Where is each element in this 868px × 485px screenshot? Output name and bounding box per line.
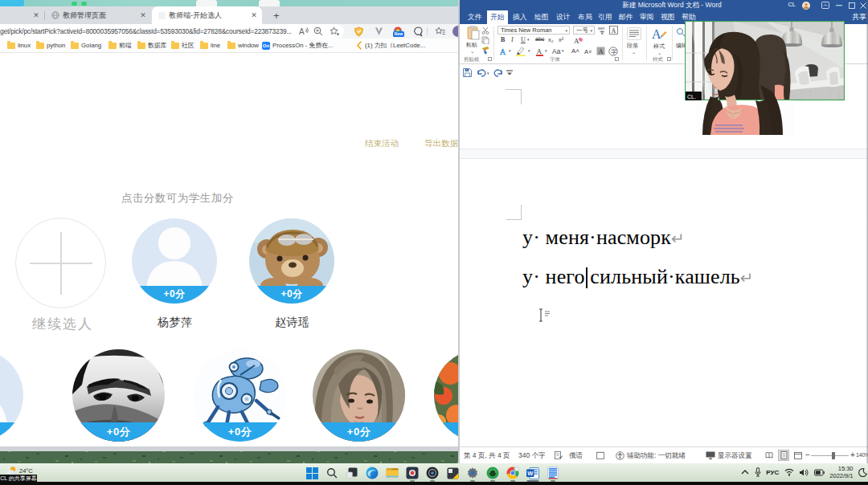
wifi-icon[interactable] [784, 468, 794, 476]
strikethrough-button[interactable]: abc [535, 36, 544, 42]
export-data-button[interactable]: 导出数据 [424, 138, 458, 149]
favorite-star-icon[interactable] [330, 26, 340, 36]
taskbar-green-app-button[interactable] [485, 465, 501, 481]
change-case-dropdown[interactable]: ▾ [562, 48, 564, 53]
score-banner[interactable]: +0分 [249, 286, 334, 304]
zoom-in-button[interactable]: + [850, 450, 855, 459]
account-avatar[interactable] [802, 2, 810, 10]
student-avatar-placeholder[interactable]: +0分 [132, 218, 217, 304]
underline-dropdown[interactable]: ▾ [527, 37, 530, 42]
paste-icon[interactable] [466, 26, 481, 40]
tab-file[interactable]: 文件 [465, 10, 485, 24]
taskbar-search-button[interactable] [324, 465, 340, 481]
status-accessibility[interactable]: 辅助功能: 一切就绪 [627, 451, 686, 461]
speaker-icon[interactable] [799, 468, 809, 477]
keyboard-layout[interactable]: РУС [766, 469, 779, 476]
clipboard-dialog-launcher[interactable] [488, 57, 492, 61]
save-icon[interactable] [463, 68, 472, 77]
minimize-icon[interactable] [836, 5, 842, 6]
character-border-icon[interactable]: A [609, 26, 618, 35]
underline-button[interactable]: U [521, 36, 526, 43]
tab-layout[interactable]: 布局 [575, 10, 596, 24]
subscript-button[interactable]: x₂ [548, 36, 554, 43]
tab-view[interactable]: 视图 [657, 10, 678, 24]
end-activity-button[interactable]: 结束活动 [365, 138, 399, 149]
paste-dropdown[interactable]: ⌄ [470, 48, 474, 55]
qat-customize-button[interactable] [506, 70, 513, 75]
zoom-slider-thumb[interactable] [832, 452, 835, 459]
browser-tab-admin[interactable]: 教师管理页面 ✕ [45, 6, 151, 24]
undo-icon[interactable] [477, 68, 486, 77]
tab-review[interactable]: 审阅 [637, 10, 657, 24]
redo-icon[interactable] [493, 68, 503, 77]
extension-shield-icon[interactable] [354, 26, 364, 37]
display-settings-icon[interactable] [706, 451, 715, 459]
address-bar[interactable]: get/pick/pc/startPick?activeId=800003595… [0, 24, 344, 39]
bookmark-folder[interactable]: Golang [71, 39, 101, 52]
ribbon-display-options-icon[interactable] [821, 2, 829, 9]
tray-clock[interactable]: 15:30 2022/9/1 [829, 465, 853, 479]
status-words[interactable]: 340 个字 [518, 451, 546, 461]
taskbar-edge-button[interactable] [364, 465, 380, 481]
score-banner[interactable]: +0分 [72, 422, 165, 442]
profile-avatar[interactable] [452, 26, 458, 37]
font-color-icon[interactable]: A [535, 47, 544, 56]
bookmark-folder[interactable]: 数据库 [137, 39, 166, 52]
tab-home[interactable]: 开始 [487, 10, 508, 24]
status-language[interactable]: 俄语 [569, 451, 583, 461]
microphone-icon[interactable] [755, 467, 761, 477]
tab-insert[interactable]: 插入 [510, 10, 530, 24]
tab-mailings[interactable]: 邮件 [616, 10, 637, 24]
word-document[interactable]: у· меня·насморк↵ у· него сильный·кашель↵ [460, 81, 868, 446]
new-tab-button[interactable]: + [273, 10, 280, 22]
superscript-button[interactable]: x² [559, 36, 563, 43]
student-avatar-robot[interactable]: +0分 [194, 349, 286, 442]
styles-dropdown[interactable]: ⌄ [657, 50, 661, 56]
paragraph-dropdown[interactable]: ⌄ [632, 49, 636, 55]
change-case-button[interactable]: Aa [552, 47, 560, 55]
taskbar-word-button[interactable]: W [525, 465, 541, 481]
continue-pick-button[interactable] [15, 218, 106, 308]
bookmark-folder[interactable]: python [36, 39, 65, 52]
status-page[interactable]: 第 4 页, 共 4 页 [464, 451, 510, 461]
browser-tab-active[interactable]: 教师端-开始选人 ✕ [152, 6, 262, 24]
highlight-dropdown[interactable]: ▾ [528, 48, 530, 53]
extension-v-icon[interactable] [374, 26, 384, 37]
proofing-icon[interactable] [555, 451, 563, 459]
font-dialog-launcher[interactable] [615, 57, 619, 61]
score-banner[interactable]: +0分 [194, 422, 286, 442]
tab-references[interactable]: 引用 [595, 10, 616, 24]
taskbar-taskview-button[interactable] [344, 465, 360, 481]
paragraph-icon[interactable] [627, 27, 641, 40]
student-avatar-bear[interactable]: +0分 [249, 218, 334, 304]
bookmark-folder[interactable]: linux [7, 39, 31, 52]
score-banner[interactable]: +0分 [132, 286, 217, 304]
zoom-icon[interactable] [313, 26, 323, 36]
taskbar-recorder-button[interactable] [404, 465, 420, 481]
read-aloud-icon[interactable]: A [298, 26, 309, 36]
taskbar-notes-app-button[interactable] [545, 465, 561, 481]
browser-tab-partial[interactable]: ✕ [0, 6, 44, 24]
format-painter-icon[interactable] [481, 46, 490, 55]
bookmark-folder[interactable]: 社区 [171, 39, 194, 52]
zoom-out-button[interactable]: − [805, 450, 810, 459]
styles-dialog-launcher[interactable] [667, 57, 671, 61]
font-size-combo[interactable]: 一号 [573, 26, 595, 35]
tab-design[interactable]: 设计 [553, 10, 574, 24]
student-avatar-partial-left[interactable]: +0分 [0, 349, 23, 442]
read-mode-button[interactable] [764, 450, 775, 461]
taskbar-chrome-button[interactable] [505, 465, 521, 481]
score-banner[interactable]: +0分 [0, 422, 23, 442]
taskbar-camera-app-button[interactable] [424, 465, 440, 481]
bookmark-folder[interactable]: line [200, 39, 220, 52]
enclose-characters-icon[interactable]: 字 [608, 47, 618, 56]
taskbar-explorer-button[interactable] [384, 465, 400, 481]
zoom-slider-track[interactable] [811, 455, 849, 456]
shrink-font-button[interactable]: A˅ [584, 48, 592, 55]
bookmark-folder[interactable]: 前端 [108, 39, 132, 52]
share-button[interactable]: 共享 [852, 10, 866, 24]
status-display-settings[interactable]: 显示器设置 [718, 451, 752, 461]
character-shading-icon[interactable]: A [596, 47, 605, 55]
student-avatar-eyes[interactable]: +0分 [72, 349, 165, 442]
highlight-icon[interactable] [516, 47, 526, 56]
